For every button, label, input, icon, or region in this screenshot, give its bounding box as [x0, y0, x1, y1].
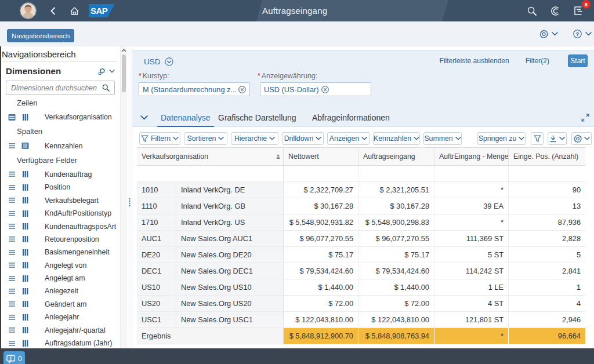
- dimension-item[interactable]: Kundenauftrag: [0, 168, 120, 181]
- scrollbar-thumb[interactable]: [122, 54, 126, 92]
- cell-nettowert: $ 1,440.00: [284, 279, 358, 295]
- column-header-anzahl[interactable]: Einge. Pos. (Anzahl): [509, 148, 585, 165]
- dimension-item-label: KndAuftrPositionstyp: [45, 209, 111, 217]
- tab-grafische-darstellung[interactable]: Grafische Darstellung: [218, 108, 296, 126]
- scroll-up-icon: [121, 49, 126, 52]
- table-settings-button[interactable]: [571, 132, 592, 145]
- settings-menu-button[interactable]: [539, 30, 558, 38]
- svg-text:?: ?: [576, 31, 579, 37]
- kennzahlen-button[interactable]: Kennzahlen: [373, 132, 420, 145]
- columns-icon: [21, 114, 29, 121]
- dimension-item[interactable]: Anlegejahr: [0, 311, 120, 323]
- copilot-button[interactable]: [550, 5, 562, 17]
- hierarchie-button[interactable]: Hierarchie: [231, 132, 278, 145]
- filter-icon-button[interactable]: [531, 132, 544, 145]
- hide-filterbar-link[interactable]: Filterleiste ausblenden: [440, 57, 509, 65]
- table-row[interactable]: DEC1New Sales.Org DEC1$ 79,534,424.60$ 7…: [137, 263, 585, 279]
- dimension-item[interactable]: Angelegt am: [0, 272, 120, 285]
- rows-icon: [8, 210, 16, 217]
- filters-link[interactable]: Filter(2): [526, 57, 549, 65]
- dimension-item[interactable]: Verkaufsbelegart: [0, 194, 120, 207]
- dimension-item-label: Anlegezeit: [45, 287, 78, 295]
- summen-button[interactable]: Summen: [423, 132, 462, 145]
- home-button[interactable]: [70, 6, 79, 16]
- column-header-nettowert[interactable]: Nettowert: [284, 148, 358, 165]
- cell-nettowert: $ 75.17: [284, 247, 358, 263]
- splitter-grip[interactable]: [128, 198, 131, 207]
- cell-name: New Sales.Org DEC1: [176, 263, 284, 279]
- rows-icon: [8, 314, 16, 321]
- dimension-item[interactable]: Position: [0, 181, 120, 194]
- export-button[interactable]: [548, 132, 567, 145]
- columns-icon: [21, 326, 29, 334]
- dimension-item-label: Anlegejahr: [45, 313, 79, 321]
- table-row[interactable]: US10New Sales.Org US10$ 1,440.00$ 1,440.…: [137, 279, 585, 296]
- tab-abfrageinformationen[interactable]: Abfrageinformationen: [312, 108, 390, 126]
- dimension-item[interactable]: KundenauftragsposArt: [0, 220, 120, 232]
- navigation-panel: Navigationsbereich Dimensionen Dimension…: [0, 46, 120, 348]
- dimension-search-input[interactable]: Dimensionen durchsuchen: [6, 81, 115, 95]
- result-anzahl: 96,664: [509, 328, 585, 344]
- navigation-panel-button[interactable]: Navigationsbereich: [7, 29, 74, 42]
- tab-datenanalyse[interactable]: Datenanalyse: [161, 108, 211, 126]
- cell-auftragseingang: $ 2,321,205.51: [358, 182, 434, 198]
- column-header-menge[interactable]: AuftrEingang - Menge: [434, 148, 509, 165]
- sidebar-scrollbar[interactable]: [120, 46, 127, 348]
- dimension-item[interactable]: Geändert am: [0, 298, 120, 311]
- table-row[interactable]: AUC1New Sales.Org AUC1$ 96,077,270.55$ 9…: [137, 231, 585, 247]
- dimension-item[interactable]: KndAuftrPositionstyp: [0, 207, 120, 220]
- currency-variant[interactable]: USD: [144, 57, 161, 66]
- back-button[interactable]: [49, 6, 57, 16]
- rows-icon: [8, 184, 16, 191]
- table-row[interactable]: US20New Sales.Org US20$ 72.00$ 72.004 ST…: [137, 296, 585, 312]
- table-row[interactable]: USC1New Sales.Org USC1$ 122,043,810.00$ …: [137, 312, 585, 328]
- cell-name: New Sales.Org AUC1: [176, 231, 284, 246]
- fullscreen-button[interactable]: [581, 114, 589, 122]
- columns-icon: [21, 249, 29, 256]
- table-row[interactable]: 1010Inland VerkOrg. DE$ 2,322,709.27$ 2,…: [137, 182, 585, 198]
- column-header-auftragseingang[interactable]: Auftragseingang: [358, 148, 434, 165]
- rows-icon: [8, 300, 16, 308]
- kurstyp-input[interactable]: M (Standardumrechnung z...: [139, 82, 250, 96]
- table-row[interactable]: 1110Inland VerkOrg. GB$ 30,167.28$ 30,16…: [137, 198, 585, 214]
- dimension-item[interactable]: Basismengeneinheit: [0, 246, 120, 259]
- panel-splitter[interactable]: [127, 46, 132, 348]
- dimension-item[interactable]: Auftragsdatum (Jahr): [0, 337, 120, 348]
- columns-icon: [21, 340, 29, 347]
- notification-badge: 8: [582, 0, 591, 9]
- cell-menge: 114,242 ST: [434, 263, 509, 279]
- columns-icon: [21, 275, 29, 282]
- sortieren-button[interactable]: Sortieren: [184, 132, 227, 145]
- notifications-button[interactable]: 8: [574, 6, 585, 15]
- dimension-item[interactable]: Angelegt von: [0, 259, 120, 272]
- search-button[interactable]: [527, 6, 537, 16]
- dimension-item[interactable]: Verkaufsorganisation: [0, 111, 120, 123]
- anzeigen-button[interactable]: Anzeigen: [327, 132, 370, 145]
- dimension-item-label: Kennzahlen: [45, 142, 82, 150]
- dimension-item-label: Geändert am: [45, 300, 86, 308]
- messages-button[interactable]: 0: [3, 351, 25, 364]
- help-menu-button[interactable]: ?: [573, 30, 592, 38]
- sap-logo[interactable]: SAP: [89, 4, 115, 17]
- columns-icon: [21, 261, 29, 269]
- dimension-item[interactable]: Kennzahlen: [0, 139, 120, 152]
- drilldown-button[interactable]: Drilldown: [282, 132, 324, 145]
- variant-select-button[interactable]: [165, 57, 173, 66]
- dimension-item[interactable]: Retourenposition: [0, 233, 120, 246]
- chevron-down-icon: [173, 137, 179, 140]
- dimension-item[interactable]: Anlegejahr/-quartal: [0, 323, 120, 336]
- filtern-button[interactable]: Filtern: [139, 132, 180, 145]
- table-row[interactable]: 1710Inland VerkOrg. US$ 5,548,902,931.82…: [137, 214, 585, 231]
- user-avatar[interactable]: [20, 3, 36, 19]
- anzeigewaehrung-input[interactable]: USD (US-Dollar): [260, 82, 371, 96]
- springen-zu-button[interactable]: Springen zu: [477, 132, 526, 145]
- dimension-item[interactable]: Anlegezeit: [0, 285, 120, 297]
- cell-anzahl: 4: [509, 296, 585, 311]
- scroll-up-arrow[interactable]: [121, 49, 126, 52]
- table-row[interactable]: DE20New Sales.Org DE20$ 75.17$ 75.175 ST…: [137, 247, 585, 263]
- dimension-collapse-button[interactable]: [109, 70, 115, 73]
- collapse-header-button[interactable]: [140, 115, 148, 120]
- start-button[interactable]: Start: [568, 54, 588, 67]
- column-header-verkaufsorganisation[interactable]: Verkaufsorganisation: [137, 148, 284, 165]
- dimension-settings-button[interactable]: [98, 68, 106, 75]
